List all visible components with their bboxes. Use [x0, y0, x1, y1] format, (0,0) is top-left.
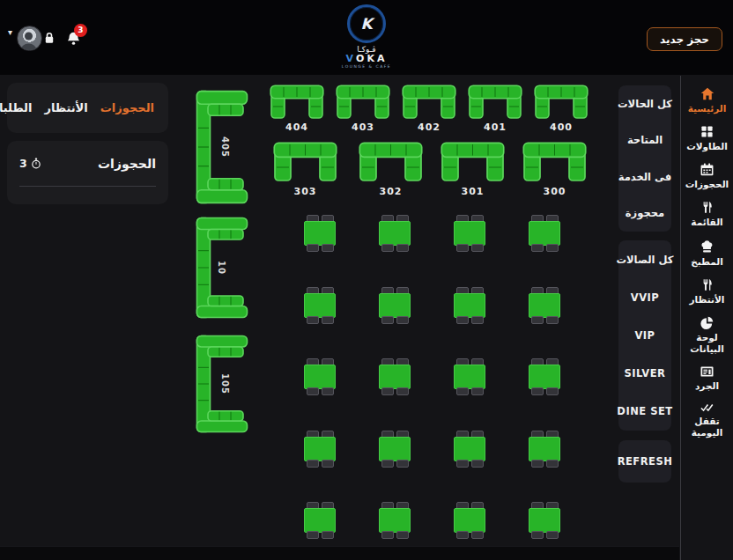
- table-number: 301: [441, 186, 505, 197]
- avatar[interactable]: [17, 26, 42, 51]
- dining-table[interactable]: [379, 502, 411, 539]
- chair-icon: [456, 460, 469, 468]
- refresh-button[interactable]: REFRESH: [618, 455, 673, 468]
- chair-icon: [471, 316, 484, 324]
- chair-icon: [546, 460, 559, 468]
- sofa-table-10[interactable]: 10: [196, 217, 248, 319]
- sofa-table-300[interactable]: 300: [522, 142, 587, 186]
- chair-icon: [456, 531, 469, 539]
- chair-icon: [396, 387, 409, 395]
- dining-table[interactable]: [379, 358, 411, 395]
- sofa-table-401[interactable]: 401: [468, 85, 522, 123]
- chair-icon: [471, 460, 484, 468]
- dining-table[interactable]: [454, 287, 485, 324]
- table-top: [379, 221, 411, 246]
- table-top: [379, 437, 411, 461]
- notification-badge: 3: [74, 24, 87, 37]
- table-number: 10: [217, 261, 226, 275]
- table-top: [454, 508, 485, 533]
- tab-waiting[interactable]: الأنتظار: [44, 101, 87, 114]
- filter-vip[interactable]: VIP: [634, 329, 655, 342]
- dining-table[interactable]: [529, 431, 560, 468]
- dining-table[interactable]: [379, 215, 411, 252]
- tab-orders[interactable]: الطلبات: [0, 101, 32, 114]
- sofa-table-105[interactable]: 105: [196, 335, 248, 433]
- person-icon: [18, 28, 40, 50]
- dining-table[interactable]: [529, 287, 560, 324]
- dining-table[interactable]: [454, 431, 485, 468]
- chair-icon: [471, 531, 484, 539]
- filter-reserved[interactable]: محجوزة: [626, 207, 664, 219]
- filter-vvip[interactable]: VVIP: [631, 291, 660, 304]
- chair-icon: [531, 244, 544, 252]
- filter-available[interactable]: المتاحة: [627, 134, 663, 146]
- table-top: [304, 508, 336, 533]
- sofa-table-301[interactable]: 301: [441, 142, 505, 186]
- table-top: [379, 365, 411, 389]
- chair-icon: [307, 387, 319, 395]
- dining-table[interactable]: [304, 215, 336, 252]
- table-number: 303: [273, 186, 337, 197]
- filter-dine-set[interactable]: DINE SET: [617, 405, 672, 417]
- chair-icon: [322, 531, 334, 539]
- sofa-table-403[interactable]: 403: [336, 85, 390, 123]
- dining-table[interactable]: [304, 431, 336, 468]
- sidebar-item-tables[interactable]: الطاولات: [683, 125, 732, 152]
- double-check-icon: [700, 402, 714, 413]
- filter-all-halls[interactable]: كل الصالات: [617, 254, 674, 266]
- lock-icon[interactable]: [42, 31, 56, 45]
- tab-reservations[interactable]: الحجوزات: [100, 101, 154, 114]
- chair-icon: [456, 244, 469, 252]
- dining-table[interactable]: [304, 287, 336, 324]
- sidebar-item-dashboard[interactable]: لوحة البيانات: [683, 316, 732, 355]
- chair-icon: [531, 316, 544, 324]
- dining-table[interactable]: [379, 431, 411, 468]
- table-number: 403: [336, 122, 390, 133]
- table-number: 400: [534, 122, 589, 133]
- sidebar-item-menu[interactable]: القائمة: [683, 201, 732, 228]
- chevron-down-icon[interactable]: ▾: [8, 27, 12, 37]
- chair-icon: [396, 460, 409, 468]
- dining-table[interactable]: [379, 287, 411, 324]
- sofa-table-405[interactable]: 405: [196, 90, 248, 204]
- chair-icon: [471, 387, 484, 395]
- chair-icon: [456, 316, 469, 324]
- dining-table[interactable]: [529, 502, 560, 539]
- status-filter-card: كل الحالات المتاحة فى الخدمة محجوزة: [618, 85, 671, 232]
- new-reservation-button[interactable]: حجز جديد: [647, 27, 722, 51]
- sidebar-item-reservations[interactable]: الحجوزات: [683, 163, 732, 190]
- sidebar-item-kitchen[interactable]: المطبخ: [683, 239, 732, 268]
- sofa-table-402[interactable]: 402: [402, 85, 456, 123]
- chair-icon: [307, 244, 319, 252]
- chair-icon: [381, 316, 394, 324]
- chair-icon: [307, 316, 319, 324]
- footer-strip: [0, 546, 679, 560]
- table-top: [529, 221, 560, 246]
- chair-icon: [381, 244, 394, 252]
- sidebar-item-inventory[interactable]: الجرد: [683, 365, 732, 392]
- chair-icon: [381, 460, 394, 468]
- dining-table[interactable]: [529, 215, 560, 252]
- sofa-table-303[interactable]: 303: [273, 142, 337, 186]
- dining-table[interactable]: [304, 502, 336, 539]
- sidebar-item-close-day[interactable]: تقفل اليومية: [683, 402, 732, 438]
- sofa-table-400[interactable]: 400: [534, 85, 589, 123]
- sidebar-item-home[interactable]: الرئيسية: [683, 87, 732, 114]
- filter-all-statuses[interactable]: كل الحالات: [618, 98, 672, 110]
- chair-icon: [322, 387, 334, 395]
- chair-icon: [546, 244, 559, 252]
- filter-in-service[interactable]: فى الخدمة: [618, 171, 671, 183]
- sofa-table-404[interactable]: 404: [270, 85, 324, 123]
- dining-table[interactable]: [454, 215, 485, 252]
- dining-table[interactable]: [454, 358, 485, 395]
- dining-table[interactable]: [454, 502, 485, 539]
- dining-table[interactable]: [529, 358, 560, 395]
- sidebar-item-waiting[interactable]: الأنتظار: [683, 278, 732, 306]
- left-tabs-card: الحجوزات الأنتظار الطلبات: [7, 83, 168, 133]
- filter-silver[interactable]: SILVER: [625, 367, 666, 379]
- dining-table[interactable]: [304, 358, 336, 395]
- chair-icon: [546, 531, 559, 539]
- voka-logo: K ڤـوكـا VOKA LOUNGE & CAFE: [314, 4, 419, 69]
- inventory-list-icon: [700, 365, 714, 378]
- sofa-table-302[interactable]: 302: [359, 142, 423, 186]
